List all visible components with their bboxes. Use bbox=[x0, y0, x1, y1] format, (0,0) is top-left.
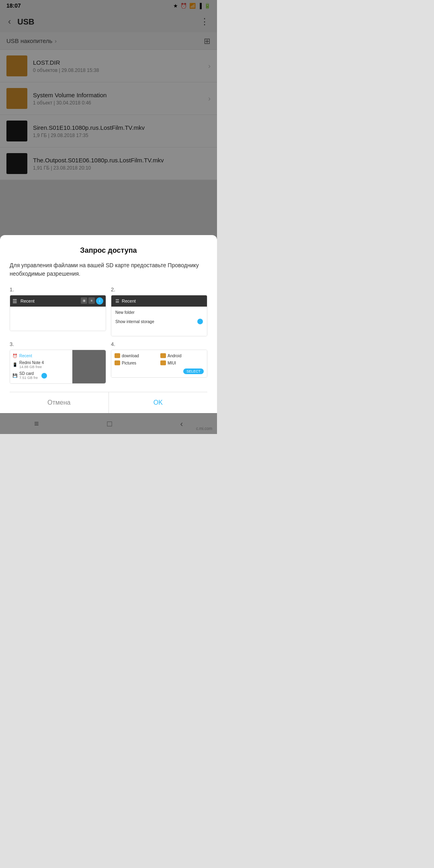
mini-right-panel bbox=[72, 350, 106, 383]
mini-icons: ⊞ ≡ i bbox=[81, 297, 103, 305]
mini-hamburger-2: ☰ bbox=[114, 299, 119, 304]
mini-blue-dot bbox=[197, 319, 203, 324]
mini-folder-miui: MIUI bbox=[160, 360, 204, 365]
mini-recent-label: Recent bbox=[20, 299, 79, 303]
mini-select-row: SELECT bbox=[115, 368, 204, 374]
mini-sd-label: SD card bbox=[19, 371, 38, 376]
dialog-body: Для управления файлами на вашей SD карте… bbox=[10, 261, 207, 278]
mini-folder-icon bbox=[115, 353, 120, 358]
mini-sd-space: 7.51 GB fre bbox=[19, 376, 38, 380]
mini-step4: download Android Pictures bbox=[111, 350, 207, 377]
mini-recent-2: Recent bbox=[122, 299, 205, 303]
mini-sd-blue-dot bbox=[41, 373, 47, 379]
mini-sd-icon: 💾 bbox=[12, 373, 17, 378]
mini-icon-circle: i bbox=[96, 297, 103, 305]
ok-button[interactable]: OK bbox=[109, 392, 208, 413]
mini-folder-download: download bbox=[115, 353, 158, 358]
mini-sd-info: SD card 7.51 GB fre bbox=[19, 371, 38, 380]
dialog-overlay: Запрос доступа Для управления файлами на… bbox=[0, 0, 217, 434]
mini-folder-icon bbox=[160, 360, 166, 365]
instruction-step-3: 3. ⏰ Recent 📱 Redmi Note 4 14.88 GB free bbox=[10, 341, 106, 384]
mini-folder-label: MIUI bbox=[168, 361, 176, 365]
mini-folder-pictures: Pictures bbox=[115, 360, 158, 365]
mini-folder-icon bbox=[115, 360, 120, 365]
dialog-buttons: Отмена OK bbox=[10, 392, 207, 413]
step-image-4: download Android Pictures bbox=[111, 350, 207, 378]
mini-recent-label-3: Recent bbox=[19, 354, 32, 358]
step-image-3: ⏰ Recent 📱 Redmi Note 4 14.88 GB free 💾 bbox=[10, 350, 106, 384]
instruction-step-2: 2. ☰ Recent New folder Show internal sto… bbox=[111, 287, 207, 336]
mini-device-info: Redmi Note 4 14.88 GB free bbox=[19, 360, 44, 369]
mini-new-folder: New folder bbox=[111, 308, 207, 317]
mini-toolbar-1: ☰ Recent ⊞ ≡ i bbox=[10, 295, 106, 307]
mini-folder-label: Android bbox=[168, 354, 181, 358]
show-internal-label: Show internal storage bbox=[115, 319, 154, 324]
mini-icon-2: ≡ bbox=[88, 297, 95, 304]
mini-folder-label: download bbox=[122, 354, 139, 358]
step-image-1: ☰ Recent ⊞ ≡ i bbox=[10, 295, 106, 331]
step-image-2: ☰ Recent New folder Show internal storag… bbox=[111, 295, 207, 336]
step-label-2: 2. bbox=[111, 287, 207, 293]
step-label-3: 3. bbox=[10, 341, 106, 347]
step-label-1: 1. bbox=[10, 287, 106, 293]
dialog-title: Запрос доступа bbox=[10, 246, 207, 255]
mini-dropdown-toolbar: ☰ Recent bbox=[111, 295, 207, 307]
mini-phone-icon: 📱 bbox=[12, 362, 17, 367]
mini-device-name: Redmi Note 4 bbox=[19, 360, 44, 365]
step-label-4: 4. bbox=[111, 341, 207, 347]
access-dialog: Запрос доступа Для управления файлами на… bbox=[0, 235, 217, 413]
instructions-grid: 1. ☰ Recent ⊞ ≡ i 2. bbox=[10, 287, 207, 384]
mini-empty-area bbox=[10, 307, 106, 331]
mini-folder-label: Pictures bbox=[122, 361, 136, 365]
mini-device-space: 14.88 GB free bbox=[19, 365, 44, 369]
mini-folder-icon bbox=[160, 353, 166, 358]
mini-show-internal: Show internal storage bbox=[111, 317, 207, 326]
mini-folders-grid: download Android Pictures bbox=[115, 353, 204, 365]
instruction-step-4: 4. download Android bbox=[111, 341, 207, 384]
mini-folder-android: Android bbox=[160, 353, 204, 358]
mini-dropdown-menu: New folder Show internal storage bbox=[111, 307, 207, 328]
mini-select-button: SELECT bbox=[183, 368, 204, 374]
mini-icon-1: ⊞ bbox=[81, 297, 87, 304]
cancel-button[interactable]: Отмена bbox=[10, 392, 109, 413]
mini-padding bbox=[111, 328, 207, 336]
mini-clock-icon: ⏰ bbox=[12, 354, 17, 358]
instruction-step-1: 1. ☰ Recent ⊞ ≡ i bbox=[10, 287, 106, 336]
mini-hamburger-icon: ☰ bbox=[12, 298, 17, 304]
